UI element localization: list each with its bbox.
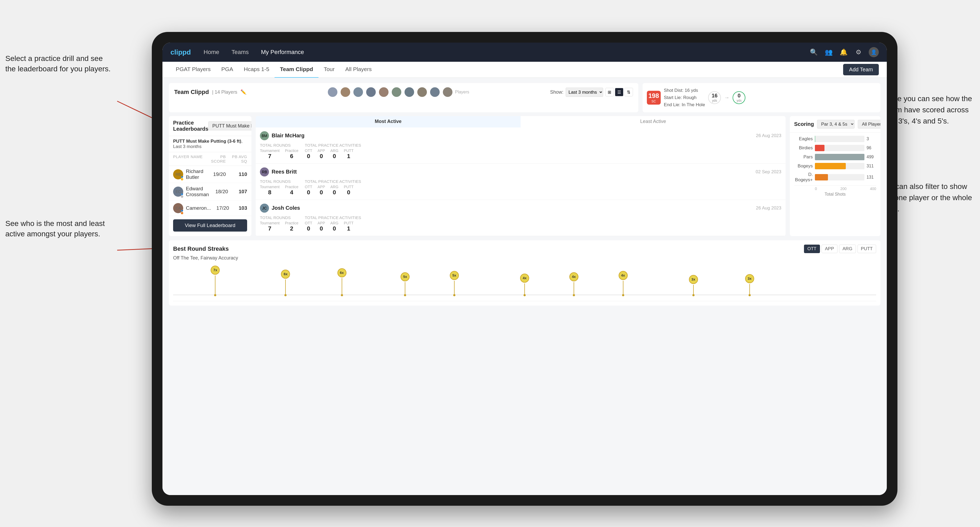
x-axis-label: Total Shots bbox=[794, 192, 876, 199]
view-full-leaderboard-button[interactable]: View Full Leaderboard bbox=[173, 219, 247, 232]
pac-header-3: JC Josh Coles 26 Aug 2023 bbox=[260, 204, 781, 213]
bar-label: Bogeys bbox=[794, 163, 813, 169]
player-avg: 107 bbox=[228, 189, 247, 195]
player-score: 17/20 bbox=[211, 205, 229, 211]
chart-axis: 0200400 bbox=[794, 185, 876, 192]
tablet-screen: clippd Home Teams My Performance 🔍 👥 🔔 ⚙… bbox=[162, 43, 887, 495]
streak-dot-label: 4x bbox=[570, 272, 578, 281]
list-view-btn[interactable]: ☰ bbox=[615, 88, 624, 96]
streak-dot-group: 4x bbox=[520, 274, 529, 296]
avatar bbox=[327, 87, 338, 97]
scoring-par-filter[interactable]: Par 3, 4 & 5s bbox=[817, 120, 854, 129]
bar-value: 3 bbox=[867, 137, 876, 141]
streak-tab-arg[interactable]: ARG bbox=[839, 244, 856, 253]
streak-dot-label: 5x bbox=[401, 272, 410, 281]
scoring-players-filter[interactable]: All Players bbox=[858, 120, 880, 129]
bar-track bbox=[815, 136, 864, 142]
pac-name-3: Josh Coles bbox=[272, 205, 300, 211]
streak-dot-line bbox=[749, 284, 750, 294]
streak-dot-line bbox=[454, 281, 455, 294]
streak-dot-circle bbox=[214, 294, 216, 296]
streak-dot-group: 4x bbox=[570, 272, 578, 296]
three-col-layout: Practice Leaderboards PUTT Must Make Put… bbox=[169, 116, 880, 236]
pac-player-3: JC Josh Coles bbox=[260, 204, 300, 213]
pac-stats-2: Total Rounds Tournament 8 Practice 4 bbox=[260, 179, 781, 196]
bar-label: D. Bogeys+ bbox=[794, 172, 813, 183]
streaks-subtitle: Off The Tee, Fairway Accuracy bbox=[173, 255, 876, 261]
nav-link-teams[interactable]: Teams bbox=[229, 48, 251, 57]
edit-icon[interactable]: ✏️ bbox=[240, 89, 247, 95]
user-avatar[interactable]: 👤 bbox=[869, 47, 879, 57]
filter-view-btn[interactable]: ⇅ bbox=[625, 88, 633, 96]
streak-dot-line bbox=[405, 282, 405, 294]
pac-header-1: BM Blair McHarg 26 Aug 2023 bbox=[260, 131, 781, 140]
team-name: Team Clippd bbox=[174, 89, 209, 95]
annotation-right-1: Here you can see how the team have score… bbox=[886, 93, 972, 127]
streak-tab-ott[interactable]: OTT bbox=[804, 244, 820, 253]
score-circles: 16 yds → 0 yds bbox=[708, 91, 745, 104]
streaks-chart: 7x 6x 6x 5x 5x 4x 4x 4x bbox=[173, 264, 876, 301]
bar-label: Birdies bbox=[794, 145, 813, 151]
player-score: 19/20 bbox=[205, 171, 226, 177]
silver-medal-icon: 🥈 bbox=[180, 194, 184, 198]
avatar bbox=[391, 87, 402, 97]
show-filter: Show: Last 3 months Last 6 months Last y… bbox=[550, 87, 633, 97]
bar-row: D. Bogeys+ 131 bbox=[794, 172, 876, 183]
view-toggle: ⊞ ☰ ⇅ bbox=[605, 88, 633, 96]
streak-dot-line bbox=[524, 284, 525, 294]
avatar bbox=[379, 87, 389, 97]
subnav-tour[interactable]: Tour bbox=[318, 61, 340, 78]
streak-dot-line bbox=[215, 275, 215, 294]
player-name: Richard Butler bbox=[186, 168, 205, 180]
avatar bbox=[404, 87, 415, 97]
streak-dot-label: 6x bbox=[337, 268, 347, 277]
streak-dot-group: 5x bbox=[450, 271, 459, 296]
bar-track bbox=[815, 174, 864, 181]
add-team-button[interactable]: Add Team bbox=[843, 64, 879, 75]
player-avatar-wrap: CA 🥉 bbox=[173, 203, 183, 213]
bar-fill bbox=[815, 163, 846, 169]
activity-card-1: BM Blair McHarg 26 Aug 2023 Total Rounds… bbox=[256, 127, 786, 163]
people-icon[interactable]: 👥 bbox=[824, 48, 834, 57]
player-name: Cameron... bbox=[186, 205, 211, 211]
pac-stats-1: Total Rounds Tournament 7 Practice 6 bbox=[260, 143, 781, 160]
tab-least-active[interactable]: Least Active bbox=[520, 116, 786, 127]
settings-icon[interactable]: ⚙ bbox=[854, 48, 863, 57]
leaderboard-drill-select[interactable]: PUTT Must Make Putting ... bbox=[208, 121, 251, 130]
streak-dot-circle bbox=[573, 294, 575, 296]
nav-icons: 🔍 👥 🔔 ⚙ 👤 bbox=[809, 47, 879, 57]
total-rounds-group: Total Rounds Tournament 7 Practice 6 bbox=[260, 143, 299, 160]
score-badge: 198 SC bbox=[647, 91, 661, 105]
tab-most-active[interactable]: Most Active bbox=[256, 116, 520, 127]
streak-dot-group: 6x bbox=[337, 268, 347, 296]
streak-dot-label: 4x bbox=[520, 274, 529, 283]
grid-view-btn[interactable]: ⊞ bbox=[605, 88, 614, 96]
pac-player-2: RB Rees Britt bbox=[260, 167, 297, 176]
streaks-header: Best Round Streaks OTT APP ARG PUTT bbox=[173, 244, 876, 253]
subnav-allplayers[interactable]: All Players bbox=[340, 61, 377, 78]
streak-dot-circle bbox=[341, 294, 343, 296]
bronze-medal-icon: 🥉 bbox=[180, 210, 184, 214]
streak-dot-line bbox=[693, 285, 694, 294]
bar-label: Eagles bbox=[794, 136, 813, 141]
show-label: Show: bbox=[550, 89, 563, 95]
bell-icon[interactable]: 🔔 bbox=[839, 48, 848, 57]
streak-tab-putt[interactable]: PUTT bbox=[858, 244, 876, 253]
show-period-select[interactable]: Last 3 months Last 6 months Last year bbox=[566, 87, 603, 97]
search-icon[interactable]: 🔍 bbox=[809, 48, 819, 57]
streak-dot-group: 6x bbox=[281, 270, 290, 296]
nav-link-home[interactable]: Home bbox=[202, 48, 221, 57]
leaderboard-row-3: CA 🥉 Cameron... 17/20 103 bbox=[169, 200, 251, 216]
nav-link-myperformance[interactable]: My Performance bbox=[259, 48, 306, 57]
subnav-pgat[interactable]: PGAT Players bbox=[170, 61, 216, 78]
subnav-pga[interactable]: PGA bbox=[216, 61, 238, 78]
subnav-teamclippd[interactable]: Team Clippd bbox=[275, 61, 318, 78]
streak-dot-group: 3x bbox=[745, 274, 754, 296]
pac-player-1: BM Blair McHarg bbox=[260, 131, 304, 140]
streak-dot-group: 5x bbox=[401, 272, 410, 296]
subnav-hcaps[interactable]: Hcaps 1-5 bbox=[238, 61, 275, 78]
leaderboard-header: Practice Leaderboards PUTT Must Make Put… bbox=[169, 116, 251, 136]
streak-dot-circle bbox=[285, 294, 286, 296]
pac-stats-3: Total Rounds Tournament 7 Practice 2 bbox=[260, 215, 781, 232]
streak-tab-app[interactable]: APP bbox=[822, 244, 838, 253]
